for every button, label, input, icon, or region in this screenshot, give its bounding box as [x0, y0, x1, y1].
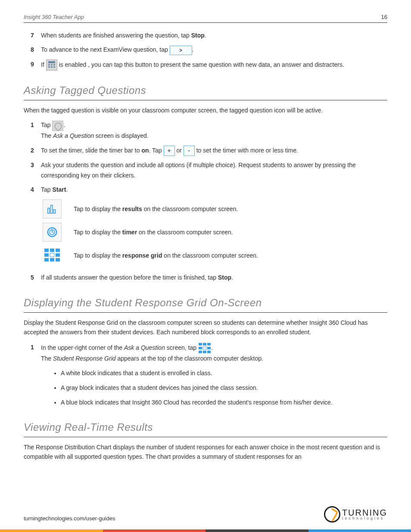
step-text: Ask your students the question and inclu… [41, 162, 356, 179]
step-number: 3 [31, 160, 34, 171]
bullet-gray: A gray block indicates that a student de… [61, 383, 387, 392]
svg-rect-0 [48, 61, 55, 63]
svg-rect-7 [48, 208, 50, 214]
icon-row-timer: Tap to display the timer on the classroo… [43, 223, 387, 242]
step-number: 2 [31, 146, 34, 156]
svg-rect-17 [44, 253, 49, 257]
sectionB-intro: Display the Student Response Grid on the… [24, 318, 387, 337]
svg-rect-9 [53, 210, 55, 214]
svg-rect-5 [51, 66, 53, 68]
svg-rect-22 [56, 258, 60, 261]
section-heading-displaying: Displaying the Student Response Grid On-… [24, 295, 387, 313]
stepA-1: 1 Tap . The Ask a Question screen is dis… [41, 120, 387, 141]
svg-rect-25 [207, 343, 211, 345]
icon-desc: Tap to display the timer on the classroo… [74, 228, 233, 237]
step-number: 5 [31, 273, 34, 283]
stepA-3: 3 Ask your students the question and inc… [41, 160, 387, 181]
footer-logo: TURNING technologies [324, 506, 387, 523]
bottom-stripe [0, 529, 411, 532]
sectionC-intro: The Response Distribution Chart displays… [24, 442, 387, 462]
sectionB-steps: 1 In the upper-right corner of the Ask a… [24, 342, 387, 364]
bullet-blue: A blue block indicates that Insight 360 … [61, 398, 387, 407]
sectionB-bullets: A white block indicates that a student i… [24, 368, 387, 408]
stepA-5: 5 If all students answer the question be… [41, 273, 387, 283]
svg-rect-21 [50, 258, 54, 261]
step-text: To advance to the next ExamView question… [41, 46, 170, 53]
step-number: 4 [31, 185, 34, 195]
footer-url: turningtechnologies.com/user-guides [24, 514, 115, 523]
svg-rect-2 [51, 64, 53, 65]
next-question-button[interactable]: > [170, 46, 192, 55]
step-number: 9 [31, 59, 34, 70]
svg-rect-31 [207, 351, 211, 353]
svg-rect-6 [53, 66, 55, 68]
page-number: 16 [381, 13, 387, 22]
icon-row-results: Tap to display the results on the classr… [43, 199, 387, 218]
section-heading-viewing: Viewing Real-Time Results [24, 420, 387, 437]
response-grid-icon[interactable] [43, 246, 62, 265]
timer-plus-button[interactable]: + [164, 146, 175, 156]
timer-icon[interactable] [43, 223, 62, 242]
svg-rect-4 [48, 66, 50, 68]
stepA-4: 4 Tap Start. [41, 185, 387, 195]
step-7: 7 When students are finished answering t… [41, 31, 387, 41]
step-number: 1 [31, 342, 34, 353]
svg-rect-15 [50, 249, 54, 252]
page-footer: turningtechnologies.com/user-guides TURN… [24, 506, 387, 523]
icon-row-grid: Tap to display the response grid on the … [43, 246, 387, 265]
svg-rect-16 [56, 249, 60, 252]
top-steps: 7 When students are finished answering t… [24, 31, 387, 71]
svg-rect-14 [44, 249, 49, 252]
logo-text-big: TURNING [342, 509, 387, 516]
sectionA-steps-cont: 5 If all students answer the question be… [24, 273, 387, 283]
icon-desc: Tap to display the results on the classr… [74, 205, 238, 214]
logo-text-small: technologies [342, 516, 387, 520]
timer-minus-button[interactable]: - [184, 146, 195, 156]
svg-rect-29 [199, 351, 202, 353]
response-grid-icon[interactable] [198, 342, 211, 354]
svg-rect-30 [203, 351, 206, 353]
stop-label: Stop [191, 32, 205, 39]
bullet-white: A white block indicates that a student i… [61, 368, 387, 378]
step-9: 9 If is enabled , you can tap this butto… [41, 59, 387, 71]
stepA-2: 2 To set the timer, slide the timer bar … [41, 146, 387, 156]
tagged-question-icon[interactable] [52, 121, 63, 131]
svg-rect-26 [199, 347, 202, 349]
stepB-1: 1 In the upper-right corner of the Ask a… [41, 342, 387, 364]
step-subtext: The Ask a Question screen is displayed. [41, 131, 387, 141]
section-intro: When the tagged question is visible on y… [24, 106, 387, 115]
svg-rect-27 [203, 347, 206, 349]
svg-rect-8 [51, 205, 53, 214]
svg-rect-1 [48, 64, 50, 65]
header-title: Insight 360 Teacher App [24, 13, 84, 22]
step-number: 7 [31, 31, 34, 41]
svg-rect-18 [50, 253, 54, 257]
logo-icon [324, 506, 340, 523]
step-8: 8 To advance to the next ExamView questi… [41, 45, 387, 55]
svg-rect-28 [207, 347, 211, 349]
step-text: If [41, 61, 46, 68]
sectionA-steps: 1 Tap . The Ask a Question screen is dis… [24, 120, 387, 195]
step-subtext: The Student Response Grid appears at the… [41, 354, 387, 364]
section-heading-tagged: Asking Tagged Questions [24, 83, 387, 100]
svg-rect-24 [203, 343, 206, 345]
icon-desc: Tap to display the response grid on the … [74, 251, 258, 260]
step-number: 8 [31, 45, 34, 55]
page-header: Insight 360 Teacher App 16 [24, 13, 387, 23]
results-icon[interactable] [43, 199, 62, 218]
regenerate-icon[interactable] [46, 59, 57, 71]
svg-rect-3 [53, 64, 55, 65]
step-number: 1 [31, 120, 34, 131]
step-text: When students are finished answering the… [41, 32, 191, 39]
svg-rect-19 [56, 253, 60, 257]
svg-rect-23 [199, 343, 202, 345]
svg-rect-20 [44, 258, 49, 261]
